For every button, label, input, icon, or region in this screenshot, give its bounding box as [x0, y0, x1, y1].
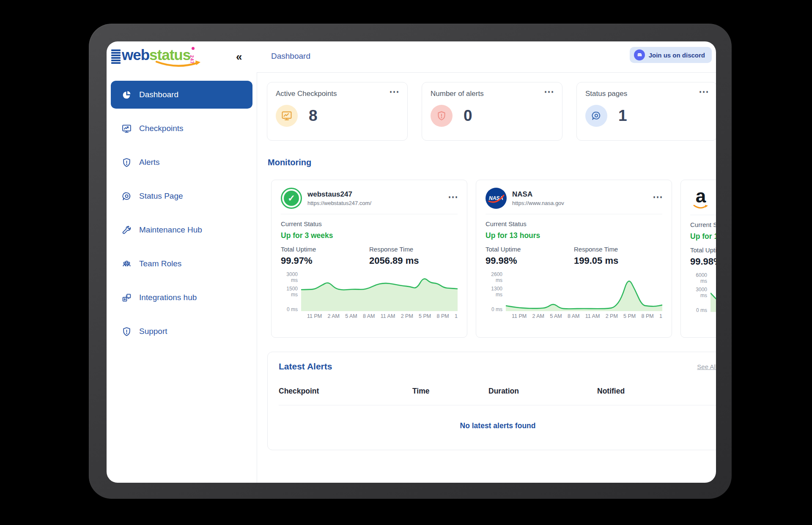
sidebar-item-label: Alerts	[139, 158, 160, 167]
current-status-value: Up for 3 weeks	[281, 231, 458, 240]
current-status-label: Current Status	[690, 221, 716, 228]
current-status-label: Current Status	[281, 220, 458, 227]
total-uptime-label: Total Uptime	[690, 246, 716, 254]
card-menu-button[interactable]: ⋯	[544, 86, 554, 98]
sidebar-item-label: Team Roles	[139, 259, 181, 268]
stat-value: 8	[309, 107, 318, 125]
total-uptime-label: Total Uptime	[486, 246, 574, 253]
alerts-table-header: Checkpoint Time Duration Notified	[279, 387, 716, 405]
sidebar-item-maintenance-hub[interactable]: Maintenance Hub	[111, 216, 252, 244]
discord-icon	[634, 49, 645, 60]
logo-bars-icon	[111, 49, 121, 64]
sidebar-collapse-button[interactable]: «	[236, 51, 242, 63]
page-title: Dashboard	[271, 52, 310, 61]
monitor-chart-icon	[276, 105, 298, 127]
team-icon	[121, 259, 132, 269]
response-time-value: 199.05 ms	[574, 255, 662, 266]
monitor-card-nasa: NASA NASA https://www.nasa.gov ⋯ Current…	[476, 180, 672, 338]
chart-y-axis: 3000 ms1500 ms0 ms	[281, 272, 301, 311]
response-time-label: Response Time	[369, 246, 458, 253]
monitor-card-amazon: a Current Status Up for 1	[680, 180, 716, 338]
latest-alerts-heading: Latest Alerts	[279, 361, 716, 372]
card-menu-button[interactable]: ⋯	[699, 86, 709, 98]
stat-card-number-of-alerts: Number of alerts ⋯ 0	[422, 82, 562, 141]
main-content: Active Checkpoints ⋯ 8 Number of alert	[257, 72, 716, 483]
stat-card-status-pages: Status pages ⋯ 1	[576, 82, 716, 141]
response-time-chart	[710, 273, 716, 312]
shield-alert-icon	[121, 157, 132, 168]
stat-title: Active Checkpoints	[276, 90, 399, 98]
stat-card-active-checkpoints: Active Checkpoints ⋯ 8	[267, 82, 408, 141]
logo-pink-dot	[192, 47, 195, 50]
sidebar-item-label: Support	[139, 327, 167, 336]
up-status-check-icon: ✓	[281, 188, 302, 209]
response-time-chart	[506, 272, 662, 311]
sidebar: Dashboard Checkpoints Alerts	[107, 72, 257, 483]
total-uptime-value: 99.97%	[281, 255, 369, 266]
card-menu-button[interactable]: ⋯	[448, 191, 458, 203]
total-uptime-value: 99.98%	[690, 256, 716, 267]
stats-row: Active Checkpoints ⋯ 8 Number of alert	[267, 82, 716, 141]
sidebar-item-alerts[interactable]: Alerts	[111, 148, 252, 176]
sidebar-item-checkpoints[interactable]: Checkpoints	[111, 115, 252, 142]
sidebar-item-label: Status Page	[139, 191, 183, 201]
response-time-label: Response Time	[574, 246, 662, 253]
stat-title: Status pages	[585, 90, 708, 98]
top-bar: webstatus 247 « Dashboard Join us on dis…	[107, 41, 716, 72]
column-duration: Duration	[488, 387, 597, 396]
wrench-icon	[121, 225, 132, 235]
current-status-label: Current Status	[486, 220, 662, 227]
monitor-card-webstaus247: ✓ webstaus247 https://webstatus247.com/ …	[271, 180, 467, 338]
sidebar-item-dashboard[interactable]: Dashboard	[111, 81, 252, 109]
column-notified: Notified	[597, 387, 716, 396]
monitoring-heading: Monitoring	[268, 158, 716, 167]
chart-x-axis: 11 PM2 AM5 AM8 AM11 AM2 PM5 PM8 PM1	[506, 313, 662, 319]
shield-alert-icon	[121, 326, 132, 337]
see-all-link[interactable]: See All	[697, 363, 716, 370]
amazon-logo: a	[690, 188, 711, 210]
current-status-value: Up for 13 hours	[486, 231, 662, 240]
column-checkpoint: Checkpoint	[279, 387, 412, 396]
sidebar-item-label: Integrations hub	[139, 293, 197, 302]
join-discord-label: Join us on discord	[649, 52, 705, 59]
no-alerts-message: No latest alerts found	[279, 405, 716, 450]
shield-icon	[431, 105, 453, 127]
chart-x-axis: 11 PM2 AM5 AM8 AM11 AM2 PM5 PM8 PM1	[301, 313, 458, 319]
chart-x-axis: 11 PM2 AM5 AM8 AM11 AM2 PM5 PM8 PM1	[710, 314, 716, 320]
total-uptime-label: Total Uptime	[281, 246, 369, 253]
pie-chart-icon	[121, 90, 132, 100]
sidebar-item-label: Maintenance Hub	[139, 225, 202, 235]
monitor-url: https://www.nasa.gov	[512, 200, 564, 207]
card-menu-button[interactable]: ⋯	[389, 86, 400, 98]
sidebar-item-team-roles[interactable]: Team Roles	[111, 250, 252, 278]
response-time-value: 2056.89 ms	[369, 255, 458, 266]
app-body: Dashboard Checkpoints Alerts	[107, 72, 716, 483]
latest-alerts-card: Latest Alerts See All Checkpoint Time Du…	[267, 352, 716, 450]
webstatus-logo: webstatus 247	[111, 46, 190, 64]
app-screen: webstatus 247 « Dashboard Join us on dis…	[107, 41, 716, 483]
logo-web: web	[122, 46, 149, 63]
chart-y-axis: 6000 ms3000 ms0 ms	[690, 273, 710, 312]
integrations-puzzle-icon	[121, 293, 132, 303]
sidebar-item-support[interactable]: Support	[111, 317, 252, 345]
monitor-name: webstaus247	[307, 190, 371, 199]
monitor-name: NASA	[512, 190, 564, 199]
stat-value: 0	[464, 107, 472, 125]
current-status-value: Up for 1	[690, 232, 716, 241]
sidebar-item-integrations-hub[interactable]: Integrations hub	[111, 284, 252, 312]
nasa-logo: NASA	[486, 188, 507, 209]
card-menu-button[interactable]: ⋯	[653, 191, 663, 203]
sidebar-item-label: Dashboard	[139, 90, 178, 99]
monitor-chart-icon	[121, 123, 132, 134]
logo-text: webstatus 247	[122, 46, 190, 63]
stat-value: 1	[618, 107, 627, 125]
logo-swoosh-icon	[155, 60, 201, 68]
monitor-url: https://webstatus247.com/	[307, 200, 371, 207]
sidebar-item-label: Checkpoints	[139, 124, 184, 133]
response-time-chart	[301, 272, 458, 311]
join-discord-button[interactable]: Join us on discord	[630, 47, 712, 63]
sidebar-item-status-page[interactable]: Status Page	[111, 182, 252, 210]
chart-y-axis: 2600 ms1300 ms0 ms	[486, 272, 506, 311]
tablet-frame: webstatus 247 « Dashboard Join us on dis…	[89, 24, 732, 499]
stat-title: Number of alerts	[431, 90, 554, 98]
